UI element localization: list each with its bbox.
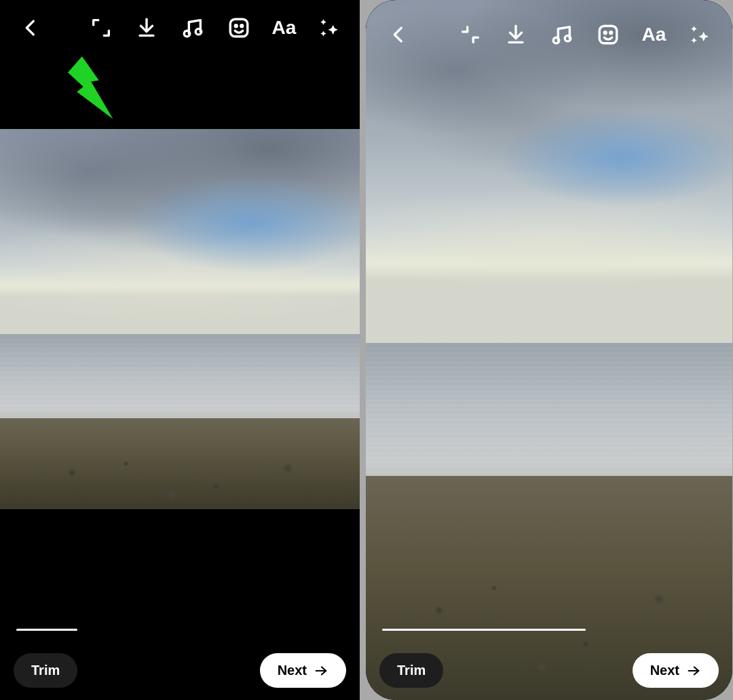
- trim-button[interactable]: Trim: [379, 653, 443, 688]
- download-icon: [135, 16, 158, 39]
- back-button[interactable]: [18, 15, 43, 41]
- story-editor-screen-right: Aa Trim Next: [366, 0, 732, 700]
- music-button[interactable]: [180, 15, 206, 41]
- sticker-button[interactable]: [226, 15, 252, 41]
- text-tool-button[interactable]: Aa: [642, 24, 666, 45]
- arrow-right-icon: [314, 663, 328, 678]
- video-progress-indicator[interactable]: [16, 629, 77, 631]
- trim-button-label: Trim: [397, 663, 426, 678]
- sticker-button[interactable]: [596, 22, 620, 48]
- svg-point-12: [565, 35, 571, 41]
- music-button[interactable]: [550, 22, 574, 48]
- sparkle-icon: [688, 23, 711, 46]
- next-button[interactable]: Next: [633, 653, 719, 688]
- editor-bottom-bar: Trim Next: [366, 653, 732, 688]
- download-button[interactable]: [134, 15, 159, 41]
- next-button[interactable]: Next: [260, 653, 346, 688]
- svg-rect-4: [230, 19, 248, 37]
- trim-button-label: Trim: [31, 663, 60, 678]
- svg-marker-7: [68, 56, 113, 119]
- sticker-icon: [227, 16, 250, 39]
- editor-bottom-bar: Trim Next: [0, 653, 360, 688]
- svg-rect-13: [599, 26, 617, 43]
- sparkle-icon: [318, 16, 341, 39]
- next-button-label: Next: [650, 663, 679, 678]
- svg-point-5: [235, 25, 237, 27]
- annotation-arrow-icon: [68, 54, 132, 126]
- effects-button[interactable]: [688, 22, 712, 48]
- music-icon: [550, 23, 574, 46]
- svg-point-11: [553, 37, 559, 43]
- download-button[interactable]: [504, 22, 528, 48]
- crop-expand-button[interactable]: [88, 15, 114, 41]
- trim-button[interactable]: Trim: [14, 653, 77, 688]
- collapse-icon: [459, 23, 482, 46]
- editor-toolbar: Aa: [0, 15, 360, 41]
- story-media-preview[interactable]: [366, 0, 732, 700]
- text-tool-button[interactable]: Aa: [272, 17, 297, 39]
- crop-collapse-button[interactable]: [458, 22, 483, 48]
- svg-point-14: [604, 32, 606, 34]
- svg-point-3: [195, 29, 202, 35]
- svg-point-15: [609, 32, 612, 34]
- svg-point-6: [240, 25, 242, 27]
- download-icon: [504, 23, 527, 46]
- svg-point-2: [184, 31, 190, 37]
- next-button-label: Next: [278, 663, 307, 678]
- sticker-icon: [597, 23, 620, 46]
- music-icon: [181, 16, 204, 39]
- effects-button[interactable]: [316, 15, 342, 41]
- video-progress-indicator[interactable]: [382, 629, 586, 631]
- arrow-right-icon: [686, 663, 701, 678]
- back-button[interactable]: [386, 22, 411, 48]
- editor-toolbar: Aa: [366, 22, 732, 48]
- story-media-preview[interactable]: [0, 129, 360, 509]
- story-editor-screen-left: Aa Trim Next: [0, 0, 360, 700]
- expand-icon: [90, 16, 113, 39]
